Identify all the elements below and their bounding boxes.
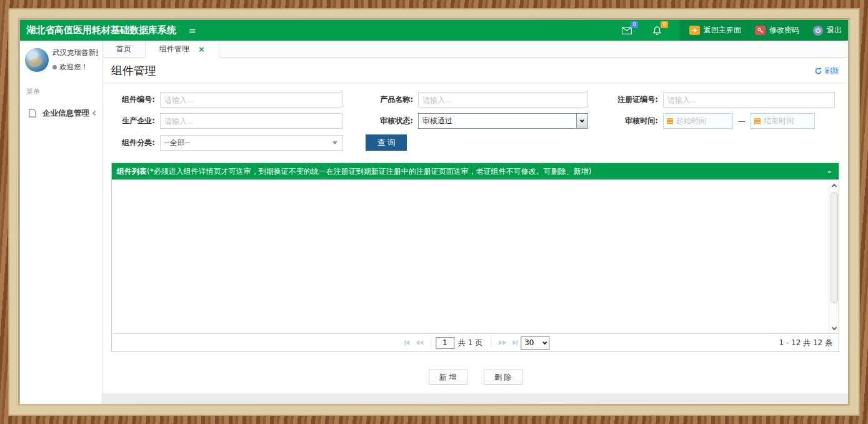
pager-bar: 共 1 页 30 1 - 12 共 12 条 [112, 333, 839, 351]
file-icon [29, 109, 36, 118]
page-title: 组件管理 [111, 63, 156, 78]
audit-status-label: 审核状态: [366, 116, 418, 126]
start-date-placeholder: 起始时间 [676, 116, 706, 126]
frame-matte: 湖北省高值医用耗材基础数据库系统 ≡ 0 0 返回主界面 [18, 18, 850, 406]
change-password-button[interactable]: 修改密码 [755, 25, 799, 36]
status-dot-icon [52, 65, 57, 69]
audit-status-value: 审核通过 [419, 116, 576, 126]
start-date-input[interactable]: 起始时间 [663, 113, 733, 129]
category-select[interactable]: --全部-- [160, 135, 343, 151]
category-value: --全部-- [161, 138, 332, 148]
top-header-bar: 湖北省高值医用耗材基础数据库系统 ≡ 0 0 返回主界面 [20, 20, 848, 41]
component-table [112, 179, 806, 333]
refresh-button[interactable]: 刷新 [814, 66, 839, 76]
sidebar-item-0[interactable]: 企业信息管理 [20, 100, 102, 126]
reg-no-label: 注册证编号: [607, 94, 663, 105]
grid-body [112, 179, 839, 333]
next-page-button[interactable] [499, 340, 506, 345]
main-panel: 首页 组件管理 × 组件管理 刷新 [102, 41, 848, 404]
avatar[interactable] [25, 48, 49, 72]
scrollbar-thumb[interactable] [831, 192, 838, 303]
welcome-text: 欢迎您！ [59, 63, 88, 72]
grid-caption-title: 组件列表 [117, 166, 147, 177]
delete-button[interactable]: 删 除 [484, 370, 522, 385]
search-form: 组件编号: 产品名称: 注册证编号: 生产企业: 审核状态: 审核通过 [102, 83, 848, 160]
reg-no-input[interactable] [663, 92, 835, 108]
logout-button[interactable]: 退出 [813, 25, 842, 36]
audit-time-label: 审核时间: [607, 116, 663, 126]
product-name-label: 产品名称: [366, 94, 418, 105]
bell-badge: 0 [661, 21, 668, 28]
collapse-grid-button[interactable]: - [825, 166, 834, 176]
change-password-label: 修改密码 [769, 25, 799, 36]
audit-status-select[interactable]: 审核通过 [418, 113, 588, 129]
menu-section-label: 菜单 [20, 78, 102, 98]
calendar-icon [754, 118, 761, 124]
mail-badge: 0 [631, 21, 638, 28]
scroll-down-icon[interactable] [831, 325, 837, 331]
page-number-input[interactable] [436, 337, 454, 349]
page-size-select[interactable]: 30 [521, 336, 549, 350]
exit-arrow-icon [689, 26, 700, 35]
scrollbar-track[interactable] [829, 191, 839, 322]
sidebar-item-label: 企业信息管理 [42, 108, 89, 119]
tab-home[interactable]: 首页 [102, 41, 146, 57]
vertical-scrollbar[interactable] [829, 179, 839, 333]
manufacturer-input[interactable] [160, 113, 343, 129]
chevron-down-icon [542, 340, 547, 344]
total-pages-label: 共 1 页 [458, 338, 482, 348]
bottom-actions: 新 增 删 除 [102, 360, 848, 393]
scroll-up-icon[interactable] [831, 182, 837, 188]
hamburger-menu-icon[interactable]: ≡ [189, 26, 196, 36]
key-icon [755, 26, 766, 35]
product-name-input[interactable] [418, 92, 588, 108]
chevron-down-icon [576, 114, 587, 128]
record-range-info: 1 - 12 共 12 条 [779, 338, 839, 348]
power-icon [813, 26, 823, 36]
first-page-button[interactable] [404, 340, 409, 346]
mail-icon[interactable]: 0 [621, 26, 632, 36]
app-window: 湖北省高值医用耗材基础数据库系统 ≡ 0 0 返回主界面 [20, 20, 848, 404]
prev-page-button[interactable] [416, 340, 423, 345]
date-range-separator: — [738, 117, 746, 126]
return-main-label: 返回主界面 [704, 25, 741, 36]
refresh-label: 刷新 [824, 66, 839, 76]
query-button[interactable]: 查 询 [366, 134, 407, 151]
topbar-action-group: 返回主界面 修改密码 退出 [679, 20, 848, 41]
end-date-input[interactable]: 结束时间 [751, 113, 815, 129]
component-grid: 组件列表 (*必须进入组件详情页才可送审，到期换证不变的统一在注册证到期新证注册… [111, 163, 839, 352]
grid-caption-bar: 组件列表 (*必须进入组件详情页才可送审，到期换证不变的统一在注册证到期新证注册… [112, 163, 839, 179]
app-title: 湖北省高值医用耗材基础数据库系统 [20, 24, 176, 36]
tab-home-label: 首页 [116, 44, 131, 54]
refresh-icon [814, 67, 822, 75]
sidebar: 武汉克瑞普新技术 欢迎您！ 菜单 企业信息管理 [20, 41, 102, 404]
logout-label: 退出 [827, 25, 842, 36]
component-no-label: 组件编号: [111, 94, 160, 105]
calendar-icon [667, 118, 673, 124]
page-size-value: 30 [521, 338, 543, 347]
last-page-button[interactable] [512, 340, 517, 346]
user-profile: 武汉克瑞普新技术 欢迎您！ [20, 41, 102, 78]
component-no-input[interactable] [160, 92, 343, 108]
return-main-button[interactable]: 返回主界面 [689, 25, 741, 36]
grid-filler [806, 179, 829, 333]
window-frame: 湖北省高值医用耗材基础数据库系统 ≡ 0 0 返回主界面 [0, 0, 868, 424]
chevron-left-icon [92, 111, 97, 116]
welcome-line: 欢迎您！ [52, 63, 98, 72]
footer-strip [102, 393, 848, 404]
category-label: 组件分类: [111, 138, 160, 148]
close-icon[interactable]: × [198, 44, 205, 54]
sidebar-menu: 企业信息管理 [20, 100, 102, 126]
bell-icon[interactable]: 0 [651, 26, 662, 36]
tab-component-management[interactable]: 组件管理 × [146, 41, 219, 58]
tab-component-label: 组件管理 [159, 44, 189, 54]
end-date-placeholder: 结束时间 [764, 116, 794, 126]
manufacturer-label: 生产企业: [111, 116, 160, 126]
company-name: 武汉克瑞普新技术 [52, 48, 98, 58]
grid-caption-note: (*必须进入组件详情页才可送审，到期换证不变的统一在注册证到期新证注册中的注册证… [147, 166, 591, 177]
tab-bar: 首页 组件管理 × [102, 41, 848, 58]
add-button[interactable]: 新 增 [429, 370, 467, 385]
chevron-down-icon [332, 141, 337, 144]
